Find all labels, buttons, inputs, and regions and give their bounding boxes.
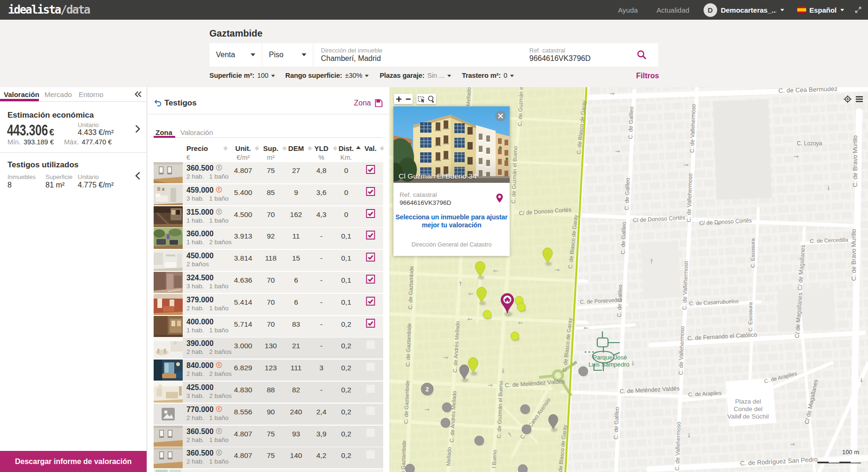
garage-label: Plazas garaje: xyxy=(379,72,424,79)
table-row[interactable]: 324.500 3 hab.1 baño 4.636 70 6 - 0,1 xyxy=(154,272,383,293)
table-row[interactable]: 390.000 2 hab.2 baños 3.000 130 21 - 0,2 xyxy=(154,337,383,359)
val-checkbox-unchecked[interactable] xyxy=(366,406,375,415)
operation-select[interactable]: Venta xyxy=(209,43,262,67)
baths: 1 baño xyxy=(209,195,229,202)
cell-yld: 4,8 xyxy=(307,166,335,175)
table-row[interactable]: 360.000 1 hab.2 baños 3.913 92 11 - 0,1 xyxy=(154,228,383,249)
cell-price: 400.000 xyxy=(186,318,214,326)
help-link[interactable]: Ayuda xyxy=(618,6,638,14)
witness-count-value: 8 xyxy=(7,181,12,189)
val-checkbox-checked[interactable] xyxy=(366,165,375,174)
val-checkbox-checked[interactable] xyxy=(366,275,375,284)
witness-dot[interactable] xyxy=(511,332,519,340)
street-label: C. de Bravo Murillo xyxy=(850,229,857,281)
cadastral-input[interactable]: Ref. catastral 9664616VK3796D xyxy=(529,43,625,67)
table-row[interactable]: 840.000€ 2 hab.2 baños 6.829 123 111 3 0… xyxy=(154,360,383,381)
table-row[interactable]: 360.500€ 2 hab.1 baño 4.807 75 140 4,2 0… xyxy=(154,447,383,468)
val-checkbox-checked[interactable] xyxy=(366,319,375,328)
zoom-area-icon[interactable] xyxy=(427,95,436,103)
locate-icon[interactable] xyxy=(844,95,852,103)
witnesses-collapse-icon[interactable] xyxy=(135,172,141,180)
cell-dist: 0,2 xyxy=(332,430,360,438)
popup-select-hint[interactable]: Selecciona un inmueble para ajustar mejo… xyxy=(393,213,510,229)
baths: 1 baño xyxy=(209,458,229,465)
excluded-dot[interactable] xyxy=(442,403,452,412)
surface-select[interactable]: 100 xyxy=(257,72,268,79)
excluded-dot[interactable] xyxy=(520,405,530,414)
popup-ref-label: Ref. catastral xyxy=(400,191,437,198)
val-checkbox-checked[interactable] xyxy=(366,253,375,262)
garage-select[interactable]: Sin ... xyxy=(427,72,445,79)
draw-area-icon[interactable] xyxy=(417,95,426,103)
table-row[interactable]: 450.000 2 baños 3.814 118 15 - 0,1 xyxy=(154,250,383,271)
search-button[interactable] xyxy=(625,43,658,67)
language-selector[interactable]: Español xyxy=(809,6,837,14)
val-checkbox-unchecked[interactable] xyxy=(366,362,375,371)
val-checkbox-unchecked[interactable] xyxy=(366,384,375,393)
valuation-sidebar: Valoración Mercado Entorno Estimación ec… xyxy=(0,87,147,472)
table-row[interactable]: 400.000 1 hab.1 baño 5.714 70 83 - 0,2 xyxy=(154,316,383,337)
excluded-dot[interactable] xyxy=(441,418,450,427)
cell-dist: 0,1 xyxy=(332,298,360,307)
property-type-select[interactable]: Piso xyxy=(262,43,313,67)
map[interactable]: C. de Cea BermúdezC. de GalileoC. de Gal… xyxy=(389,87,868,472)
top-bar: idealista/data Ayuda Actualidad D Democa… xyxy=(0,0,868,20)
expand-icon[interactable] xyxy=(854,6,862,14)
range-caret-icon xyxy=(365,75,369,77)
table-row[interactable]: 360.500€ 2 hab.1 baño 4.807 75 93 3,9 0,… xyxy=(154,426,383,447)
val-checkbox-checked[interactable] xyxy=(366,187,375,196)
storage-select[interactable]: 0 xyxy=(504,72,507,79)
map-scale: 100 m xyxy=(817,449,861,465)
val-checkbox-checked[interactable] xyxy=(366,297,375,306)
zoom-in-button[interactable] xyxy=(394,96,403,102)
table-row[interactable] xyxy=(154,469,383,472)
cell-unit: 8.556 xyxy=(229,408,257,416)
user-avatar[interactable]: D xyxy=(704,3,717,17)
language-caret-icon[interactable] xyxy=(840,9,844,11)
table-row[interactable]: 379.000 2 hab.1 baño 5.414 70 6 - 0,1 xyxy=(154,294,383,315)
val-checkbox-unchecked[interactable] xyxy=(366,450,375,459)
collapse-sidebar-icon[interactable] xyxy=(134,91,142,97)
scale-bar xyxy=(817,461,861,464)
excluded-dot[interactable] xyxy=(522,425,531,434)
user-caret-icon[interactable] xyxy=(780,9,784,11)
cell-unit: 5.400 xyxy=(229,188,257,197)
user-menu[interactable]: Democarteras_... xyxy=(721,6,776,14)
table-row[interactable]: 425.000 3 hab.2 baños 4.830 88 82 - 0,2 xyxy=(154,382,383,403)
range-select[interactable]: ±30% xyxy=(345,72,363,79)
tab-entorno[interactable]: Entorno xyxy=(79,90,104,98)
garage-caret-icon xyxy=(447,75,451,77)
witness-dot[interactable] xyxy=(517,303,526,311)
table-row[interactable]: 315.000€ 1 hab.1 baño 4.500 70 162 4,3 0 xyxy=(154,206,383,227)
val-checkbox-checked[interactable] xyxy=(366,209,375,218)
filters-link[interactable]: Filtros xyxy=(636,72,659,80)
tab-mercado[interactable]: Mercado xyxy=(45,90,72,98)
excluded-dot[interactable] xyxy=(405,464,415,472)
map-layers-menu-icon[interactable] xyxy=(856,96,863,102)
zoom-out-button[interactable] xyxy=(403,96,413,102)
excluded-dot[interactable] xyxy=(518,465,527,472)
cell-unit: 5.714 xyxy=(229,320,257,329)
val-checkbox-checked[interactable] xyxy=(366,231,375,240)
download-report-button[interactable]: Descargar informe de valoración xyxy=(0,451,147,472)
witness-surface-label: Superficie xyxy=(45,173,73,180)
idealista-data-logo[interactable]: idealista/data xyxy=(8,3,89,16)
cell-dem: 6 xyxy=(282,298,310,307)
excluded-dot[interactable] xyxy=(579,367,588,376)
excluded-dot[interactable] xyxy=(475,436,484,445)
val-checkbox-unchecked[interactable] xyxy=(366,428,375,437)
witness-dot[interactable] xyxy=(483,310,491,319)
val-checkbox-unchecked[interactable] xyxy=(366,340,375,349)
table-row[interactable]: 770.000€ 2 hab.1 baño 8.556 90 240 2,4 0… xyxy=(154,404,383,425)
rooms: 2 hab. xyxy=(186,305,204,312)
estimation-expand-icon[interactable] xyxy=(135,125,140,133)
table-row[interactable]: 360.500€ 2 hab.1 baño 4.807 75 27 4,8 0 xyxy=(154,162,383,183)
news-link[interactable]: Actualidad xyxy=(657,6,690,14)
search-bar: Venta Piso Dirección del inmueble Chambe… xyxy=(209,43,658,67)
photo-caption: Cl Guzman El Bueno 34 xyxy=(399,172,476,180)
marker-cluster[interactable]: 2 xyxy=(421,383,433,395)
table-row[interactable]: 459.000€ 3 hab.1 baño 5.400 85 9 3,6 0 xyxy=(154,184,383,205)
address-input[interactable]: Dirección del inmueble Chamberí, Madrid xyxy=(313,43,529,67)
popup-close-button[interactable] xyxy=(495,111,506,121)
tab-valoracion[interactable]: Valoración xyxy=(4,90,39,98)
